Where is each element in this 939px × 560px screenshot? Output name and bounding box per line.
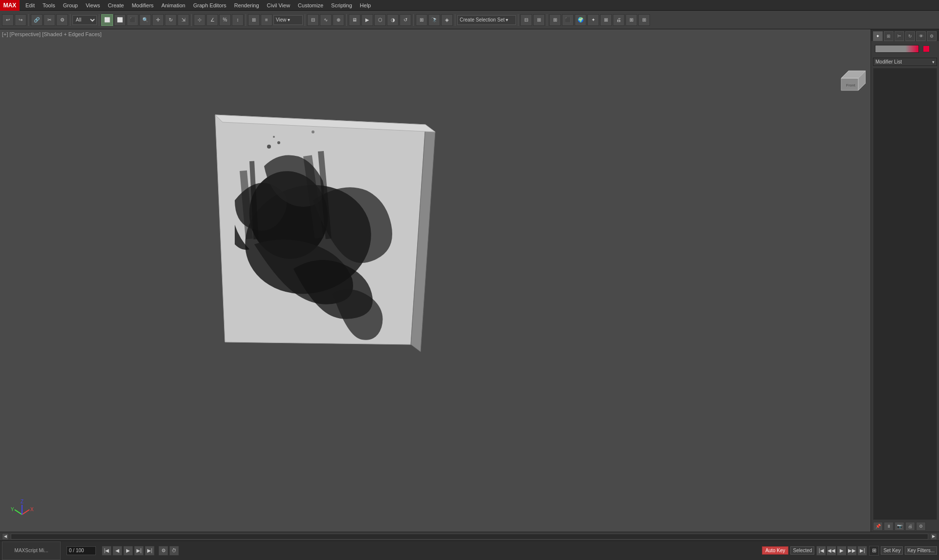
playback-next-btn[interactable]: ▶| [134, 546, 144, 556]
anim-extra-btn[interactable]: ⊞ [869, 546, 879, 556]
camera-button[interactable]: 📷 [894, 522, 904, 531]
set-key-button[interactable]: Set Key [881, 546, 903, 555]
viewport-nav[interactable]: Front [831, 59, 866, 93]
anim-btn1[interactable]: |◀ [816, 546, 826, 556]
playback-last-btn[interactable]: ▶| [145, 546, 155, 556]
snap-3d-button[interactable]: ⊹ [194, 14, 205, 26]
playback-options-btn[interactable]: ⚙ [158, 546, 168, 556]
render-frame-button[interactable]: ▶ [361, 14, 373, 26]
modifier-list-dropdown-icon[interactable]: ▾ [932, 60, 935, 65]
motion-tab[interactable]: ↻ [905, 31, 915, 41]
open-slate-button[interactable]: ⊞ [549, 14, 561, 26]
color-picker-button[interactable] [923, 45, 930, 52]
playback-play-btn[interactable]: ▶ [123, 546, 133, 556]
main-area: [+] [Perspective] [Shaded + Edged Faces] [0, 29, 939, 532]
frame-counter[interactable]: 0 / 100 [67, 546, 96, 555]
material-editor-button[interactable]: ◈ [441, 14, 453, 26]
auto-key-button[interactable]: Auto Key [762, 546, 789, 555]
menu-group[interactable]: Group [59, 0, 82, 11]
utilities-tab[interactable]: ⚙ [927, 31, 937, 41]
undo-button[interactable]: ↩ [2, 14, 14, 26]
menu-views[interactable]: Views [82, 0, 104, 11]
print-button[interactable]: 🖨 [905, 522, 915, 531]
menu-help[interactable]: Help [356, 0, 375, 11]
viewport-label: [+] [Perspective] [Shaded + Edged Faces] [2, 31, 102, 37]
snap-angle-button[interactable]: ∠ [206, 14, 218, 26]
menu-tools[interactable]: Tools [39, 0, 59, 11]
timeline-next-btn[interactable]: ▶ [930, 533, 937, 540]
pin-button[interactable]: 📌 [873, 522, 883, 531]
create-tab[interactable]: ✦ [873, 31, 883, 41]
scale-button[interactable]: ⇲ [178, 14, 189, 26]
render-setup-button[interactable]: 🖥 [349, 14, 360, 26]
environment-button[interactable]: 🌍 [575, 14, 586, 26]
modify-tab[interactable]: ⊞ [884, 31, 894, 41]
menu-customize[interactable]: Customize [294, 0, 327, 11]
svg-text:Front: Front [846, 83, 855, 87]
move-button[interactable]: ✛ [152, 14, 164, 26]
anim-btn4[interactable]: ▶▶ [847, 546, 857, 556]
modifier-list-header[interactable]: Modifier List ▾ [873, 58, 937, 66]
playback-time-btn[interactable]: ⏱ [169, 546, 179, 556]
select-region-button[interactable]: ⬜ [114, 14, 126, 26]
extra-button1[interactable]: ⊞ [626, 14, 637, 26]
bind-space-button[interactable]: ⚙ [56, 14, 68, 26]
curve-editor-button[interactable]: ∿ [320, 14, 332, 26]
menu-modifiers[interactable]: Modifiers [128, 0, 157, 11]
view-dropdown[interactable]: View ▾ [273, 15, 303, 25]
print-size-button[interactable]: 🖨 [613, 14, 625, 26]
key-filters-button[interactable]: Key Filters... [905, 546, 937, 555]
playback-first-btn[interactable]: |◀ [102, 546, 112, 556]
select-by-name-button[interactable]: 🔍 [139, 14, 151, 26]
svg-text:X: X [30, 507, 34, 512]
unlink-button[interactable]: ✂ [44, 14, 55, 26]
timeline-track[interactable] [11, 534, 928, 539]
window-crossing-button[interactable]: ⬛ [127, 14, 138, 26]
modifier-list-content [873, 68, 937, 520]
select-object-button[interactable]: ⬜ [101, 14, 113, 26]
playback-prev-btn[interactable]: ◀ [112, 546, 122, 556]
manage-states-button[interactable]: ⊞ [416, 14, 427, 26]
align-button[interactable]: ≡ [261, 14, 272, 26]
snap-percent-button[interactable]: % [219, 14, 231, 26]
pause-button[interactable]: ⏸ [884, 522, 894, 531]
mirror-button[interactable]: ⊞ [248, 14, 260, 26]
timeline-prev-btn[interactable]: ◀ [2, 533, 9, 540]
settings2-button[interactable]: ⚙ [916, 522, 926, 531]
scene-states-button[interactable]: ⊞ [533, 14, 545, 26]
viewport-svg [0, 29, 871, 532]
create-selection-set-dropdown[interactable]: Create Selection Set ▾ [457, 15, 516, 25]
select-link-button[interactable]: 🔗 [31, 14, 43, 26]
menu-scripting[interactable]: Scripting [327, 0, 356, 11]
menu-civil-view[interactable]: Civil View [263, 0, 294, 11]
extra-button2[interactable]: ⊞ [638, 14, 650, 26]
active-shade-button[interactable]: ◑ [387, 14, 399, 26]
snap-spinner-button[interactable]: ↕ [232, 14, 244, 26]
anim-btn3[interactable]: ▶ [837, 546, 847, 556]
menu-edit[interactable]: Edit [22, 0, 39, 11]
rotate-button[interactable]: ↻ [165, 14, 177, 26]
menu-create[interactable]: Create [104, 0, 128, 11]
render-iter-button[interactable]: ⬛ [562, 14, 574, 26]
anim-btn5[interactable]: ▶| [857, 546, 867, 556]
effects-button[interactable]: ✦ [587, 14, 599, 26]
explore-scene-button[interactable]: 🔭 [428, 14, 440, 26]
redo-button[interactable]: ↪ [15, 14, 26, 26]
anim-btn2[interactable]: ◀◀ [827, 546, 836, 556]
layer-manager-button[interactable]: ⊟ [307, 14, 319, 26]
render-production-button[interactable]: ⬡ [374, 14, 386, 26]
viewport[interactable]: [+] [Perspective] [Shaded + Edged Faces] [0, 29, 871, 532]
sep11 [547, 14, 547, 26]
filter-select[interactable]: All [72, 15, 97, 25]
render-compare-button[interactable]: ⊠ [600, 14, 612, 26]
maxscript-mini-listener[interactable]: MAXScript Mi... [2, 541, 61, 560]
hierarchy-tab[interactable]: ⊢ [894, 31, 904, 41]
menu-rendering[interactable]: Rendering [230, 0, 263, 11]
schematic-view-button[interactable]: ⊕ [333, 14, 344, 26]
named-selection-sets-button[interactable]: ⊟ [520, 14, 532, 26]
render-last-button[interactable]: ↺ [400, 14, 411, 26]
menu-animation[interactable]: Animation [157, 0, 189, 11]
display-tab[interactable]: 👁 [916, 31, 926, 41]
color-swatch[interactable] [875, 45, 919, 53]
menu-graph-editors[interactable]: Graph Editors [189, 0, 230, 11]
